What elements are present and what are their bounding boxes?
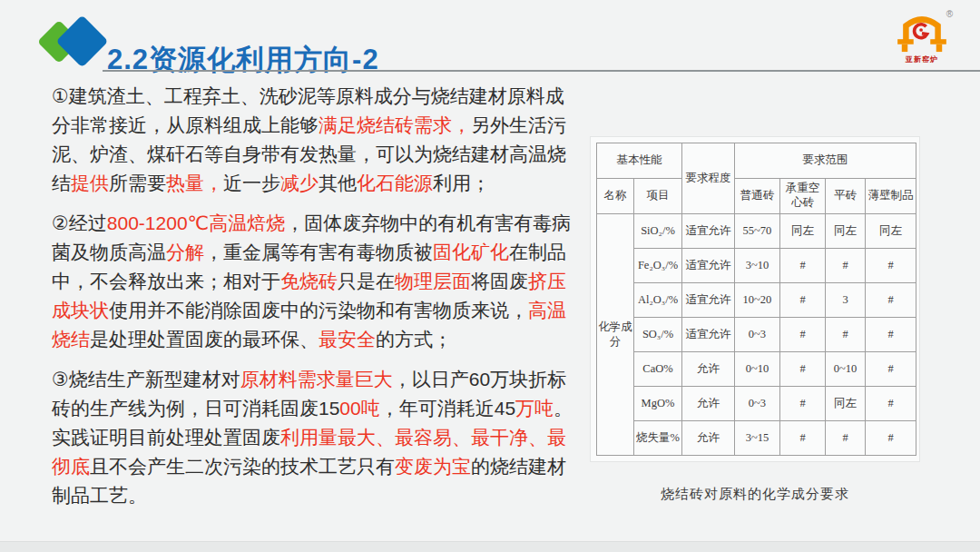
table-cell: 同左	[780, 214, 826, 249]
table-cell: #	[826, 249, 866, 283]
table-cell: 同左	[826, 214, 866, 249]
table-cell: #	[826, 421, 866, 456]
table-cell: 要求程度	[682, 143, 735, 214]
table-cell: 0~10	[735, 352, 780, 387]
table-cell: 适宜允许	[682, 214, 735, 249]
table-cell: SO₃/%	[634, 318, 682, 352]
table-cell: 0~3	[735, 318, 780, 352]
highlighted-text: 免烧砖	[280, 271, 338, 291]
body-text: 的方式；	[376, 329, 452, 350]
body-text: 只是在	[338, 271, 395, 291]
table-cell: 项目	[634, 179, 682, 214]
table-cell: 允许	[682, 352, 735, 387]
table-cell: 要求范围	[735, 143, 916, 179]
table-cell: 适宜允许	[682, 318, 735, 352]
table-cell: 普通砖	[735, 179, 780, 214]
highlighted-text: 提供	[71, 172, 109, 193]
table-cell: 3~15	[735, 421, 780, 456]
table-cell: #	[780, 318, 826, 352]
table-row: 化学成分SiO₂/%适宜允许55~70同左同左同左	[597, 214, 916, 249]
highlighted-text: 万吨	[515, 398, 554, 419]
body-text: 利用；	[433, 172, 490, 193]
body-text: ②经过	[52, 212, 107, 233]
highlighted-text: 分解	[166, 242, 204, 262]
table-cell: 同左	[866, 214, 916, 249]
highlighted-text: 00吨	[339, 398, 379, 419]
body-text: 所需要	[109, 172, 166, 193]
table-cell: #	[826, 318, 866, 352]
highlighted-text: 物理层面	[395, 271, 471, 291]
body-text: 使用并不能消除固废中的污染物和有害物质来说，	[109, 300, 528, 320]
table-cell: MgO%	[634, 387, 682, 421]
highlighted-text: 满足烧结砖需求，	[318, 114, 471, 135]
table-row: MgO%允许0~3#同左#	[597, 387, 916, 421]
table-row: Fe₂O₃/%适宜允许3~10###	[597, 249, 916, 283]
table-cell: 10~20	[735, 283, 780, 318]
table-cell: Al₂O₃/%	[634, 283, 682, 318]
table-cell: 3	[826, 283, 866, 318]
company-logo: ® 亚新窑炉	[889, 7, 955, 64]
table-cell: 烧失量%	[634, 421, 682, 456]
highlighted-text: 变废为宝	[395, 456, 471, 477]
body-text: 将固废	[471, 271, 528, 291]
table-cell: #	[866, 249, 916, 283]
table-cell: 0~10	[826, 352, 866, 387]
requirements-table: 基本性能要求程度要求范围名称项目普通砖承重空心砖平砖薄壁制品 化学成分SiO₂/…	[596, 143, 916, 456]
body-text: 且不会产生二次污染的技术工艺只有	[90, 456, 395, 477]
body-text: ③烧结生产新型建材对	[52, 369, 240, 389]
table-row: CaO%允许0~10#0~10#	[597, 352, 916, 387]
kiln-logo-icon	[895, 7, 949, 53]
table-body: 化学成分SiO₂/%适宜允许55~70同左同左同左Fe₂O₃/%适宜允许3~10…	[597, 214, 916, 456]
bottom-strip	[0, 541, 980, 552]
table-cell: 承重空心砖	[780, 179, 826, 214]
title-underline	[103, 70, 980, 72]
company-logo-text: 亚新窑炉	[889, 54, 955, 64]
table-cell: #	[780, 387, 826, 421]
highlighted-text: 800-1200℃高温焙烧	[107, 212, 285, 233]
table-cell: 适宜允许	[682, 249, 735, 283]
table-cell: 基本性能	[597, 143, 682, 179]
table-cell: SiO₂/%	[634, 214, 682, 249]
table-cell: 适宜允许	[682, 283, 735, 318]
table-cell: 3~10	[735, 249, 780, 283]
table-cell: #	[780, 249, 826, 283]
highlighted-text: 固化矿化	[433, 242, 509, 262]
table-row: SO₃/%适宜允许0~3###	[597, 318, 916, 352]
table-column: 基本性能要求程度要求范围名称项目普通砖承重空心砖平砖薄壁制品 化学成分SiO₂/…	[590, 136, 920, 503]
table-row: 烧失量%允许3~15###	[597, 421, 916, 456]
table-cell: 0~3	[735, 387, 780, 421]
diamond-logo-blue	[56, 15, 109, 68]
table-cell: 允许	[682, 421, 735, 456]
table-cell: #	[866, 387, 916, 421]
table-cell: #	[780, 283, 826, 318]
body-text: 其他	[318, 172, 357, 193]
table-cell: #	[866, 352, 916, 387]
table-cell: #	[780, 421, 826, 456]
table-row: Al₂O₃/%适宜允许10~20#3#	[597, 283, 916, 318]
page-title: 2.2资源化利用方向-2	[107, 41, 379, 79]
table-panel: 基本性能要求程度要求范围名称项目普通砖承重空心砖平砖薄壁制品 化学成分SiO₂/…	[590, 136, 920, 462]
highlighted-text: 原材料需求量巨大	[240, 369, 393, 389]
table-cell: Fe₂O₃/%	[634, 249, 682, 283]
slide: 2.2资源化利用方向-2 ® 亚新窑炉 ①建筑渣土、工程弃土、洗砂泥等原料成分与…	[0, 0, 980, 552]
highlighted-text: 化石能源	[357, 172, 433, 193]
table-cell: 允许	[682, 387, 735, 421]
highlighted-text: 最安全	[318, 329, 376, 350]
paragraph: ③烧结生产新型建材对原材料需求量巨大，以日产60万块折标砖的生产线为例，日可消耗…	[52, 365, 578, 510]
table-cell: CaO%	[634, 352, 682, 387]
table-header: 基本性能要求程度要求范围名称项目普通砖承重空心砖平砖薄壁制品	[597, 143, 916, 214]
highlighted-text: 减少	[280, 172, 318, 193]
body-text: ，年可消耗近45	[380, 398, 515, 419]
body-text: ，重金属等有害有毒物质被	[204, 242, 433, 262]
body-text: 近一步	[223, 172, 280, 193]
text-column: ①建筑渣土、工程弃土、洗砂泥等原料成分与烧结建材原料成分非常接近，从原料组成上能…	[52, 82, 578, 521]
table-caption: 烧结砖对原料的化学成分要求	[590, 486, 920, 503]
highlighted-text: 热量，	[166, 172, 223, 193]
table-cell: 化学成分	[597, 214, 634, 456]
paragraph: ①建筑渣土、工程弃土、洗砂泥等原料成分与烧结建材原料成分非常接近，从原料组成上能…	[52, 82, 578, 198]
body-text: 是处理处置固废的最环保、	[90, 329, 318, 350]
paragraph: ②经过800-1200℃高温焙烧，固体废弃物中的有机有害有毒病菌及物质高温分解，…	[52, 209, 578, 354]
table-cell: 名称	[597, 179, 634, 214]
table-cell: 同左	[826, 387, 866, 421]
table-cell: #	[866, 318, 916, 352]
